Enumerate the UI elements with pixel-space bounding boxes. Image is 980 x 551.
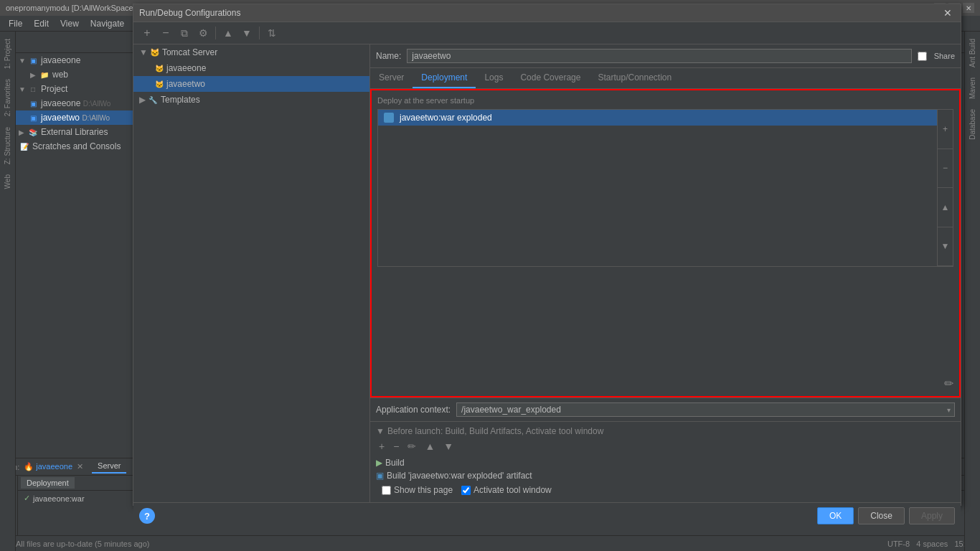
bl-down-button[interactable]: ▼ [440, 439, 456, 453]
app-context-label: Application context: [376, 405, 451, 415]
vtab-structure[interactable]: Z: Structure [2, 123, 13, 169]
tree-project[interactable]: ▼ □ Project [16, 82, 136, 96]
menu-view[interactable]: View [55, 17, 85, 30]
status-text: All files are up-to-date (5 minutes ago) [16, 540, 149, 548]
run-active-config: 🔥 javaeeone [24, 462, 72, 471]
activate-tool-text: Activate tool window [473, 485, 552, 495]
dialog-close-button[interactable]: ✕ [941, 7, 955, 19]
tree-extlib-arrow: ▶ [19, 128, 27, 136]
artifact-box-icon: ▣ [376, 471, 384, 481]
run-tab-server[interactable]: Server [92, 460, 126, 474]
remove-artifact-button[interactable]: − [938, 149, 953, 189]
edit-button[interactable]: ✏ [944, 377, 953, 390]
name-input[interactable] [407, 49, 911, 63]
vtab-favorites[interactable]: 2: Favorites [2, 75, 13, 121]
before-launch-section: ▼ Before launch: Build, Build Artifacts,… [370, 421, 961, 502]
artifact-item-javaeetwo[interactable]: javaeetwo:war exploded [378, 110, 953, 126]
vtab-database[interactable]: Database [967, 105, 978, 144]
close-button[interactable]: ✕ [963, 3, 974, 13]
module-icon-3: ▣ [27, 112, 39, 123]
move-down-button[interactable]: ▼ [239, 25, 255, 41]
app-context-select[interactable]: /javaeetwo_war_exploded [456, 402, 955, 417]
menu-file[interactable]: File [3, 17, 28, 30]
build-triangle-icon: ▶ [376, 458, 382, 468]
check-icon: ✓ [24, 494, 30, 503]
settings-config-button[interactable]: ⚙ [195, 25, 211, 41]
run-subtab-deployment[interactable]: Deployment [21, 477, 75, 489]
show-page-label[interactable]: Show this page [382, 485, 453, 495]
vertical-tabs-right: Ant Build Maven Database [964, 32, 980, 551]
share-label: Share [934, 52, 955, 60]
bl-artifact-item: ▣ Build 'javaeetwo:war exploded' artifac… [376, 469, 955, 482]
activate-tool-checkbox[interactable] [461, 486, 471, 495]
config-tree-templates-header[interactable]: ▶ 🔧 Templates [133, 92, 369, 108]
share-checkbox[interactable] [918, 52, 927, 61]
vtab-project[interactable]: 1: Project [2, 34, 13, 73]
ok-button[interactable]: OK [817, 507, 854, 524]
vtab-web[interactable]: Web [2, 170, 13, 193]
tab-server[interactable]: Server [370, 68, 413, 88]
config-tree-tomcat-header[interactable]: ▼ 🐱 Tomcat Server [133, 44, 369, 60]
config-tree-templates-label: Templates [161, 95, 200, 105]
tree-extlib-label: External Libraries [41, 127, 108, 137]
bl-edit-button[interactable]: ✏ [405, 439, 419, 453]
show-page-checkbox[interactable] [382, 486, 391, 495]
tree-web[interactable]: ▶ 📁 web [16, 67, 136, 82]
tree-external-libs[interactable]: ▶ 📚 External Libraries [16, 125, 136, 139]
tree-javaeeone-root[interactable]: ▼ ▣ javaeeone [16, 53, 136, 67]
menu-navigate[interactable]: Navigate [85, 17, 130, 30]
tree-javaeeone-label: javaeeone [41, 55, 80, 65]
tree-project-arrow: ▼ [19, 85, 27, 93]
config-tree-javaeetwo-label: javaeetwo [166, 79, 205, 89]
tab-startup-connection[interactable]: Startup/Connection [589, 68, 680, 88]
help-button[interactable]: ? [139, 508, 155, 524]
config-content: Name: Share Server Deployment Logs Code … [370, 44, 961, 502]
bl-up-button[interactable]: ▲ [422, 439, 438, 453]
run-debug-window: Run/Debug Configurations ✕ + − ⧉ ⚙ ▲ ▼ ⇅… [133, 4, 961, 506]
bl-add-button[interactable]: + [376, 439, 387, 453]
tab-logs[interactable]: Logs [476, 68, 512, 88]
before-launch-header[interactable]: ▼ Before launch: Build, Build Artifacts,… [376, 426, 955, 436]
menu-edit[interactable]: Edit [28, 17, 55, 30]
apply-button[interactable]: Apply [909, 507, 955, 524]
remove-config-button[interactable]: − [158, 25, 174, 41]
scroll-up-button[interactable]: ▲ [938, 188, 953, 227]
war-icon [384, 113, 394, 123]
config-tree-javaeeone[interactable]: 🐱 javaeeone [133, 60, 369, 76]
tabs-row: Server Deployment Logs Code Coverage Sta… [370, 68, 961, 89]
scroll-down-button[interactable]: ▼ [938, 227, 953, 267]
tree-javaeeone[interactable]: ▣ javaeeone D:\AllWo [16, 96, 136, 110]
app-context-select-wrapper: /javaeetwo_war_exploded ▾ [456, 402, 955, 417]
add-config-button[interactable]: + [139, 25, 155, 41]
tab-deployment[interactable]: Deployment [413, 68, 476, 88]
copy-config-button[interactable]: ⧉ [176, 25, 192, 41]
tree-javaeetwo[interactable]: ▣ javaeetwo D:\AllWo [16, 110, 136, 125]
vtab-maven[interactable]: Maven [967, 73, 978, 103]
tab-code-coverage[interactable]: Code Coverage [512, 68, 589, 88]
templates-arrow: ▶ [139, 95, 146, 105]
dialog-main: ▼ 🐱 Tomcat Server 🐱 javaeeone 🐱 javaeetw… [133, 44, 961, 502]
status-right-text: UTF-8 4 spaces 15:57 [887, 540, 974, 548]
run-close[interactable]: ✕ [77, 462, 83, 471]
config-tree-javaeetwo[interactable]: 🐱 javaeetwo [133, 76, 369, 92]
module-icon: ▣ [27, 55, 39, 66]
vertical-tabs-left: 1: Project 2: Favorites Z: Structure Web [0, 32, 16, 551]
run-debug-titlebar: Run/Debug Configurations ✕ [133, 4, 961, 22]
name-row: Name: Share [370, 44, 961, 68]
sort-button[interactable]: ⇅ [264, 25, 280, 41]
move-up-button[interactable]: ▲ [220, 25, 236, 41]
before-launch-label: Before launch: Build, Build Artifacts, A… [387, 426, 604, 436]
bl-build-label: Build [385, 458, 405, 468]
add-artifact-button[interactable]: + [938, 110, 953, 149]
bl-remove-button[interactable]: − [390, 439, 402, 453]
extlib-icon: 📚 [27, 126, 39, 138]
cancel-button[interactable]: Close [858, 507, 905, 524]
deployment-area: Deploy at the server startup javaeetwo:w… [370, 89, 961, 397]
dialog-toolbar: + − ⧉ ⚙ ▲ ▼ ⇅ [133, 22, 961, 44]
vtab-ant-build[interactable]: Ant Build [967, 34, 978, 72]
dialog-title: Run/Debug Configurations [139, 8, 941, 18]
activate-tool-label[interactable]: Activate tool window [461, 485, 552, 495]
tree-scratches[interactable]: 📝 Scratches and Consols [16, 139, 136, 154]
tomcat-arrow: ▼ [139, 47, 148, 57]
tree-project-label: Project [41, 84, 67, 94]
